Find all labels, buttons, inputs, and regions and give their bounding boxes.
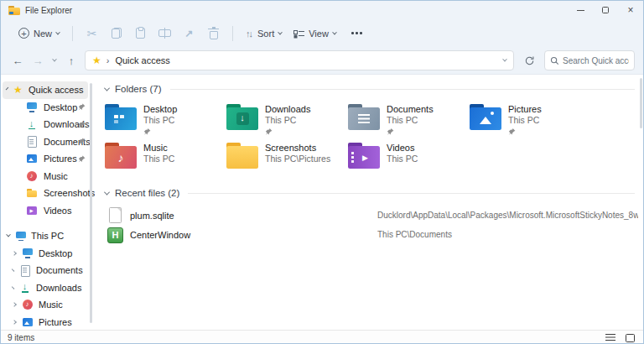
search-input[interactable] (563, 56, 629, 65)
file-path: Ducklord\AppData\Local\Packages\Microsof… (377, 211, 638, 220)
sidebar-item[interactable]: Desktop (1, 245, 95, 263)
chevron-right-icon[interactable] (12, 320, 17, 325)
folder-tile[interactable]: Documents This PC (348, 101, 470, 138)
sidebar-item[interactable]: Videos (1, 202, 95, 220)
new-button[interactable]: + New (13, 23, 65, 44)
command-toolbar: + New ✂ ↗ ↑↓ Sort View (1, 19, 643, 47)
paste-button[interactable] (128, 23, 153, 44)
folders-section-header[interactable]: Folders (7) (105, 83, 638, 95)
section-label: Recent files (2) (115, 188, 179, 198)
sidebar-scrollbar[interactable] (90, 83, 92, 323)
chevron-down-icon[interactable] (6, 232, 11, 237)
sidebar-item-quick-access[interactable]: ★ Quick access (3, 81, 88, 99)
folder-tile[interactable]: Music This PC (105, 139, 226, 176)
main-scrollbar[interactable] (640, 78, 642, 128)
recent-locations-button[interactable] (48, 50, 61, 70)
folder-location: This PC (508, 115, 542, 126)
pin-icon (78, 155, 86, 163)
close-button[interactable]: × (618, 1, 643, 19)
recent-file-row[interactable]: CenterWindow This PC\Documents (105, 225, 638, 244)
forward-button[interactable]: → (28, 50, 48, 70)
sidebar-item[interactable]: Documents (1, 262, 95, 279)
recent-files-section-header[interactable]: Recent files (2) (105, 187, 638, 199)
sidebar-item-label: Videos (44, 206, 71, 216)
folder-location: This PC\Pictures (265, 154, 330, 164)
sidebar-item-label: Screenshots (44, 188, 95, 198)
sidebar-item[interactable]: Music (1, 296, 95, 314)
sidebar-item-label: Music (44, 171, 68, 181)
section-label: Folders (7) (115, 84, 162, 94)
sidebar-item-this-pc[interactable]: This PC (1, 227, 95, 245)
chevron-down-icon[interactable] (104, 85, 110, 91)
folder-tile[interactable]: Desktop This PC (105, 101, 226, 138)
folder-tile[interactable]: Videos This PC (348, 139, 470, 176)
folder-tile[interactable]: Screenshots This PC\Pictures (226, 139, 348, 176)
chevron-down-icon[interactable] (104, 189, 110, 195)
paste-icon (136, 28, 145, 39)
section-divider (188, 193, 635, 194)
address-dropdown-icon[interactable] (502, 57, 507, 62)
trash-icon (210, 31, 218, 39)
folder-tile[interactable]: Pictures This PC (470, 101, 591, 138)
copy-button[interactable] (104, 23, 128, 44)
folder-name: Music (143, 143, 174, 154)
navigation-pane: ★ Quick access Desktop Downloads (1, 75, 95, 330)
folder-icon (226, 143, 258, 169)
back-button[interactable]: ← (8, 50, 28, 70)
chevron-right-icon[interactable] (12, 302, 17, 307)
sidebar-item-icon (25, 153, 38, 165)
sidebar-item[interactable]: Desktop (1, 99, 95, 117)
quick-access-list: Desktop Downloads Documents (1, 99, 95, 220)
sidebar-item-label: Desktop (44, 102, 77, 112)
sidebar-item-label: Music (39, 300, 63, 310)
file-explorer-window: File Explorer × + New ✂ ↗ ↑↓ Sort View (0, 0, 644, 344)
up-button[interactable]: ↑ (61, 50, 81, 70)
folder-name: Screenshots (265, 143, 330, 154)
sidebar-item[interactable]: Pictures (1, 314, 95, 331)
folder-tile[interactable]: Downloads This PC (226, 101, 348, 138)
large-icons-view-icon[interactable] (626, 334, 635, 342)
cut-button[interactable]: ✂ (80, 23, 104, 44)
share-button[interactable]: ↗ (177, 23, 201, 44)
see-more-button[interactable] (345, 23, 370, 44)
delete-button[interactable] (201, 23, 226, 44)
pin-icon (265, 128, 273, 136)
file-icon (107, 227, 122, 242)
window-title: File Explorer (25, 6, 72, 15)
sidebar-item-icon (21, 247, 34, 259)
folder-name: Videos (387, 143, 418, 154)
sidebar-item[interactable]: Music (1, 168, 95, 185)
sidebar-item[interactable]: Documents (1, 133, 95, 151)
folder-name: Pictures (508, 104, 542, 115)
this-pc-icon (14, 230, 27, 242)
chevron-right-icon[interactable] (12, 286, 15, 289)
folder-icon (105, 143, 137, 169)
chevron-right-icon[interactable] (12, 251, 17, 256)
folder-location: This PC (387, 154, 418, 164)
breadcrumb[interactable]: Quick access (115, 55, 169, 65)
chevron-down-icon[interactable] (6, 87, 9, 91)
minimize-button[interactable] (568, 1, 593, 19)
sidebar-item[interactable]: Screenshots (1, 185, 95, 202)
maximize-button[interactable] (593, 1, 618, 19)
app-folder-icon (8, 6, 20, 15)
address-bar-row: ← → ↑ ★ › Quick access (1, 47, 643, 75)
details-view-icon[interactable] (605, 334, 615, 341)
refresh-button[interactable] (519, 50, 539, 70)
sidebar-item[interactable]: Downloads (1, 116, 95, 133)
search-box[interactable] (544, 50, 635, 70)
sidebar-item-icon (18, 264, 31, 277)
rename-button[interactable] (153, 23, 177, 44)
recent-file-row[interactable]: plum.sqlite Ducklord\AppData\Local\Packa… (105, 206, 638, 225)
status-bar: 9 items (1, 330, 643, 344)
sort-button[interactable]: ↑↓ Sort (240, 23, 288, 44)
view-button[interactable]: View (288, 23, 342, 44)
title-bar: File Explorer × (1, 1, 643, 19)
chevron-down-icon (278, 29, 283, 34)
sidebar-item[interactable]: Downloads (1, 279, 95, 297)
breadcrumb-chevron-icon: › (106, 55, 110, 65)
address-bar[interactable]: ★ › Quick access (85, 50, 514, 70)
sidebar-item[interactable]: Pictures (1, 150, 95, 168)
file-list-area: Folders (7) Desktop This PC (95, 75, 643, 330)
chevron-right-icon[interactable] (12, 268, 15, 272)
